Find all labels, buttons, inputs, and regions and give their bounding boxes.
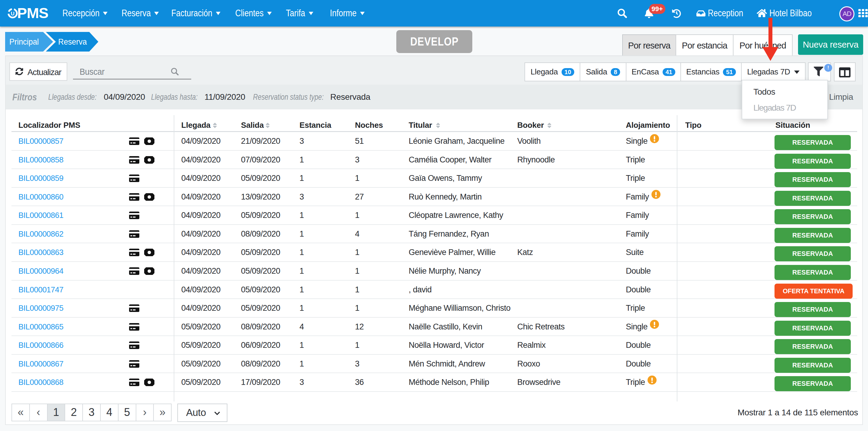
svg-text:U: U bbox=[11, 11, 14, 16]
